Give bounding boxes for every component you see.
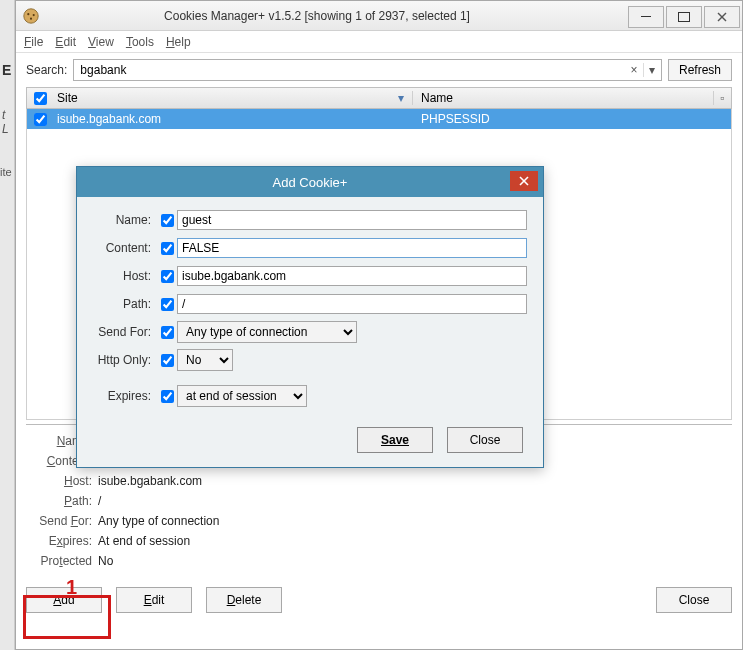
- dlg-name-checkbox[interactable]: [161, 214, 174, 227]
- cell-site: isube.bgabank.com: [53, 112, 413, 126]
- detail-expires-label: Expires:: [26, 534, 98, 548]
- dlg-sendfor-checkbox[interactable]: [161, 326, 174, 339]
- detail-protected-value: No: [98, 554, 113, 568]
- menu-view[interactable]: View: [88, 35, 114, 49]
- column-picker-icon[interactable]: ▫: [713, 91, 731, 105]
- search-row: Search: × ▾ Refresh: [16, 53, 742, 87]
- minimize-button[interactable]: [628, 6, 664, 28]
- dlg-host-label: Host:: [93, 269, 157, 283]
- dlg-http-select[interactable]: No: [177, 349, 233, 371]
- add-button[interactable]: Add: [26, 587, 102, 613]
- window-close-button[interactable]: [704, 6, 740, 28]
- delete-button[interactable]: Delete: [206, 587, 282, 613]
- svg-point-2: [33, 14, 35, 16]
- dlg-path-label: Path:: [93, 297, 157, 311]
- dlg-content-input[interactable]: [177, 238, 527, 258]
- titlebar: Cookies Manager+ v1.5.2 [showing 1 of 29…: [16, 1, 742, 31]
- background-app-sliver: E t L ite: [0, 0, 15, 650]
- svg-point-3: [30, 17, 32, 19]
- dlg-sendfor-label: Send For:: [93, 325, 157, 339]
- dialog-title: Add Cookie+: [273, 175, 348, 190]
- svg-point-1: [27, 13, 29, 15]
- column-header-name[interactable]: Name: [413, 91, 713, 105]
- cookies-manager-window: Cookies Manager+ v1.5.2 [showing 1 of 29…: [15, 0, 743, 650]
- dialog-close-button[interactable]: [510, 171, 538, 191]
- search-input[interactable]: [74, 60, 625, 80]
- column-header-site[interactable]: Site ▾: [53, 91, 413, 105]
- svg-point-0: [24, 8, 38, 22]
- search-label: Search:: [26, 63, 67, 77]
- detail-sendfor-value: Any type of connection: [98, 514, 219, 528]
- column-site-label: Site: [57, 91, 78, 105]
- dlg-path-checkbox[interactable]: [161, 298, 174, 311]
- dialog-save-button[interactable]: Save: [357, 427, 433, 453]
- dlg-host-checkbox[interactable]: [161, 270, 174, 283]
- dlg-host-input[interactable]: [177, 266, 527, 286]
- sort-indicator-icon: ▾: [398, 91, 404, 105]
- refresh-button[interactable]: Refresh: [668, 59, 732, 81]
- cell-name: PHPSESSID: [413, 112, 713, 126]
- dialog-titlebar: Add Cookie+: [77, 167, 543, 197]
- close-button[interactable]: Close: [656, 587, 732, 613]
- dlg-expires-label: Expires:: [93, 389, 157, 403]
- detail-host-value: isube.bgabank.com: [98, 474, 202, 488]
- detail-protected-label: Protected: [26, 554, 98, 568]
- dlg-http-checkbox[interactable]: [161, 354, 174, 367]
- detail-expires-value: At end of session: [98, 534, 190, 548]
- dlg-http-label: Http Only:: [93, 353, 157, 367]
- edit-button[interactable]: Edit: [116, 587, 192, 613]
- dlg-sendfor-select[interactable]: Any type of connection: [177, 321, 357, 343]
- background-text: t L: [2, 108, 14, 136]
- menu-tools[interactable]: Tools: [126, 35, 154, 49]
- menu-edit[interactable]: Edit: [55, 35, 76, 49]
- table-header: Site ▾ Name ▫: [26, 87, 732, 109]
- row-checkbox[interactable]: [34, 113, 47, 126]
- bottom-button-bar: Add Edit Delete Close: [16, 577, 742, 623]
- cookie-row[interactable]: isube.bgabank.com PHPSESSID: [27, 109, 731, 129]
- dlg-content-checkbox[interactable]: [161, 242, 174, 255]
- detail-sendfor-label: Send For:: [26, 514, 98, 528]
- search-dropdown-icon[interactable]: ▾: [643, 63, 661, 77]
- dlg-expires-select[interactable]: at end of session: [177, 385, 307, 407]
- dialog-cancel-button[interactable]: Close: [447, 427, 523, 453]
- dlg-content-label: Content:: [93, 241, 157, 255]
- dlg-name-input[interactable]: [177, 210, 527, 230]
- detail-path-label: Path:: [26, 494, 98, 508]
- menu-help[interactable]: Help: [166, 35, 191, 49]
- dlg-expires-checkbox[interactable]: [161, 390, 174, 403]
- search-input-wrap: × ▾: [73, 59, 662, 81]
- header-checkbox[interactable]: [27, 92, 53, 105]
- dlg-name-label: Name:: [93, 213, 157, 227]
- dlg-path-input[interactable]: [177, 294, 527, 314]
- detail-path-value: /: [98, 494, 101, 508]
- maximize-button[interactable]: [666, 6, 702, 28]
- menubar: File Edit View Tools Help: [16, 31, 742, 53]
- background-letter: E: [2, 62, 11, 78]
- background-text-2: ite: [0, 166, 12, 178]
- app-cookie-icon: [22, 7, 40, 25]
- window-title: Cookies Manager+ v1.5.2 [showing 1 of 29…: [46, 9, 628, 23]
- menu-file[interactable]: File: [24, 35, 43, 49]
- clear-search-icon[interactable]: ×: [625, 63, 643, 77]
- add-cookie-dialog: Add Cookie+ Name: Content: Host:: [76, 166, 544, 468]
- detail-host-label: Host:: [26, 474, 98, 488]
